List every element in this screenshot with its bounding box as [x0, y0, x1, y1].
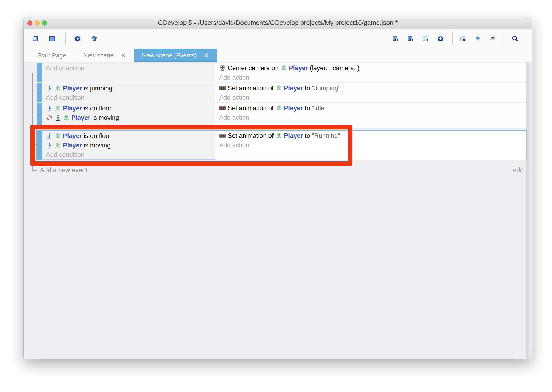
- platformer-behavior-icon: [54, 114, 61, 121]
- add-new-button[interactable]: [434, 31, 449, 46]
- event-row[interactable]: Player is jumpingAdd conditionSet animat…: [37, 83, 526, 102]
- event-text: "Jumping": [312, 84, 340, 92]
- event-row[interactable]: Player is on floorPlayer is movingAdd co…: [37, 131, 526, 160]
- tab-new-scene-events[interactable]: New scene (Events)✕: [134, 49, 216, 62]
- search-button[interactable]: [508, 31, 524, 46]
- event-handle[interactable]: [37, 103, 42, 128]
- add-condition-button[interactable]: Add condition: [46, 64, 212, 73]
- conditions-column: Add condition: [42, 63, 215, 82]
- event-text: Set animation of: [228, 132, 276, 140]
- event-handle[interactable]: [37, 83, 42, 102]
- add-condition-button[interactable]: Add condition: [46, 123, 212, 128]
- event-text: "Running": [312, 132, 340, 140]
- main-toolbar: [24, 29, 532, 49]
- add-event-button[interactable]: [389, 31, 404, 46]
- camera-icon: [219, 65, 226, 71]
- event-text: Set animation of: [228, 105, 276, 112]
- platformer-behavior-icon: [46, 133, 53, 139]
- event-text: "Idle": [312, 105, 327, 112]
- actions-column: Set animation of Player to "Idle"Add act…: [215, 103, 526, 128]
- tab-close-icon[interactable]: ✕: [121, 52, 126, 58]
- delete-event-icon: [459, 35, 466, 42]
- event-text: Player: [284, 105, 303, 112]
- events-sheet: Add conditionCenter camera on Player (la…: [24, 62, 532, 359]
- tab-label: New scene: [83, 52, 114, 59]
- window-title: GDevelop 5 - /Users/david/Documents/GDev…: [158, 19, 398, 27]
- redo-button[interactable]: [486, 31, 501, 46]
- window-titlebar: GDevelop 5 - /Users/david/Documents/GDev…: [24, 17, 532, 29]
- platformer-behavior-icon: [46, 142, 53, 149]
- player-object-icon: [54, 85, 61, 92]
- event-text: Player: [289, 64, 308, 72]
- scene-editor-button[interactable]: [45, 31, 61, 46]
- add-subevent-button[interactable]: [404, 31, 419, 46]
- event-text: (layer: , camera: ): [308, 64, 360, 72]
- add-action-button[interactable]: Add action: [219, 113, 522, 122]
- preview-play-button[interactable]: [71, 31, 86, 46]
- event-text: Add condition: [46, 124, 84, 128]
- action-item[interactable]: Set animation of Player to "Running": [219, 131, 522, 140]
- toolbar-separator: [65, 32, 66, 45]
- animation-icon: [219, 105, 226, 112]
- event-text: is on floor: [82, 105, 111, 112]
- event-text: Center camera on: [228, 64, 281, 72]
- events-list: Add conditionCenter camera on Player (la…: [24, 62, 532, 160]
- tab-start-page[interactable]: Start Page: [29, 49, 75, 62]
- event-text: Player: [71, 114, 90, 122]
- add-condition-button[interactable]: Add condition: [46, 150, 212, 160]
- condition-item[interactable]: Player is moving: [46, 141, 212, 150]
- add-comment-button[interactable]: [419, 31, 434, 46]
- zoom-button[interactable]: [42, 21, 47, 26]
- event-handle[interactable]: [37, 131, 42, 160]
- condition-item[interactable]: Player is on floor: [46, 131, 212, 141]
- add-action-button[interactable]: Add action: [219, 93, 522, 102]
- player-object-icon: [281, 65, 287, 71]
- action-item[interactable]: Set animation of Player to "Idle": [219, 103, 522, 113]
- redo-icon: [490, 35, 496, 42]
- delete-event-button[interactable]: [456, 31, 471, 46]
- add-event-icon: [392, 35, 399, 42]
- add-action-button[interactable]: Add action: [219, 73, 522, 82]
- player-object-icon: [54, 133, 61, 139]
- player-object-icon: [276, 85, 282, 91]
- condition-item[interactable]: Player is jumping: [46, 84, 212, 93]
- scene-editor-icon: [49, 35, 55, 42]
- project-manager-button[interactable]: [29, 31, 44, 46]
- close-button[interactable]: [27, 21, 33, 26]
- player-object-icon: [63, 114, 69, 121]
- platformer-behavior-icon: [46, 85, 53, 92]
- tab-close-icon[interactable]: ✕: [204, 52, 209, 58]
- event-text: Player: [63, 142, 82, 149]
- scrollbar-track[interactable]: [526, 62, 532, 359]
- player-object-icon: [54, 142, 61, 149]
- event-text: to: [303, 84, 312, 92]
- debug-button[interactable]: [88, 31, 103, 46]
- action-item[interactable]: Center camera on Player (layer: , camera…: [219, 63, 522, 73]
- add-action-button[interactable]: Add action: [219, 140, 522, 150]
- event-text: Add action: [219, 94, 249, 101]
- action-item[interactable]: Set animation of Player to "Jumping": [219, 83, 522, 93]
- toolbar-left-group: [29, 31, 103, 46]
- event-row[interactable]: Add conditionCenter camera on Player (la…: [37, 63, 526, 82]
- event-text: Add condition: [46, 94, 84, 102]
- event-text: is on floor: [82, 132, 111, 140]
- undo-button[interactable]: [471, 31, 486, 46]
- event-text: to: [303, 132, 312, 140]
- event-row[interactable]: Player is on floorPlayer is movingAdd co…: [37, 103, 526, 128]
- tab-new-scene[interactable]: New scene✕: [75, 49, 134, 62]
- minimize-button[interactable]: [34, 21, 40, 26]
- conditions-column: Player is on floorPlayer is movingAdd co…: [42, 131, 215, 160]
- condition-item[interactable]: Player is on floor: [46, 104, 212, 113]
- add-condition-button[interactable]: Add condition: [46, 93, 212, 102]
- event-handle[interactable]: [37, 63, 42, 82]
- search-icon: [512, 35, 518, 42]
- event-text: Add condition: [46, 151, 84, 159]
- event-text: is moving: [90, 114, 119, 122]
- add-new-event-button[interactable]: Add a new event: [40, 167, 87, 174]
- conditions-column: Player is jumpingAdd condition: [42, 83, 215, 102]
- condition-item[interactable]: Player is moving: [46, 113, 212, 123]
- toolbar-right-group: [389, 31, 524, 46]
- window-controls: [27, 17, 47, 28]
- add-comment-icon: [422, 35, 429, 42]
- preview-play-icon: [74, 35, 81, 42]
